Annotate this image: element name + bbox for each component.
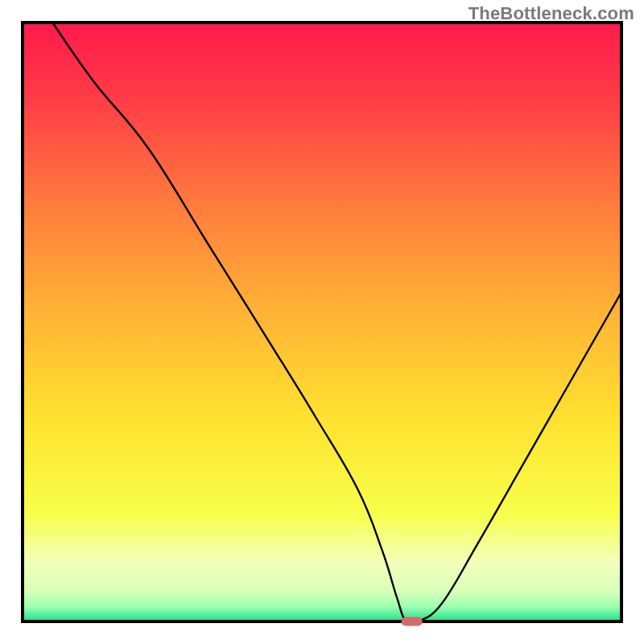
bottleneck-chart <box>0 0 644 644</box>
plot-background <box>23 23 621 621</box>
min-marker <box>402 617 423 626</box>
watermark-text: TheBottleneck.com <box>469 3 634 24</box>
chart-wrap: TheBottleneck.com <box>0 0 644 644</box>
